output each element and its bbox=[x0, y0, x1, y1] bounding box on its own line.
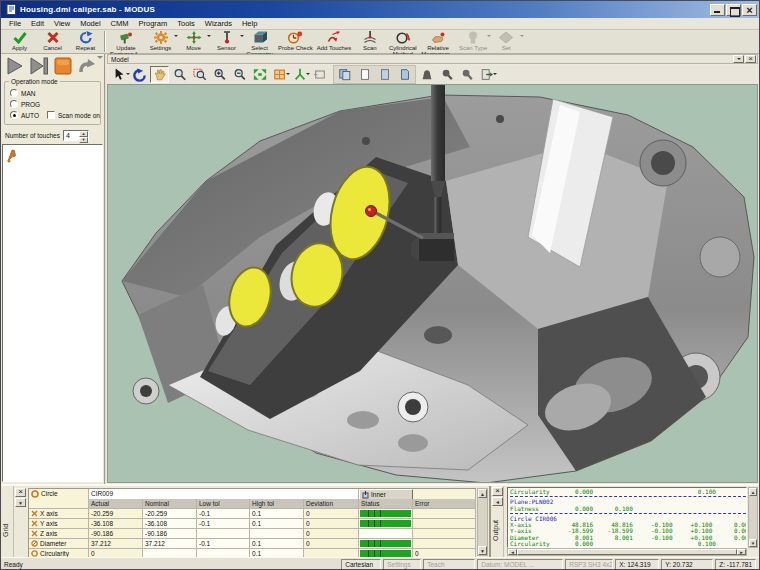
spinner-down-icon[interactable] bbox=[79, 137, 88, 143]
scan-mode-checkbox-row[interactable]: Scan mode on bbox=[47, 111, 100, 119]
find-tool-button[interactable] bbox=[437, 66, 456, 83]
x-high-tol[interactable]: 0.1 bbox=[250, 509, 304, 519]
scan-mode-checkbox[interactable] bbox=[47, 111, 55, 119]
diameter-actual[interactable]: 37.212 bbox=[89, 539, 143, 549]
col-low-tol[interactable]: Low tol bbox=[197, 499, 250, 509]
y-high-tol[interactable]: 0.1 bbox=[250, 519, 304, 529]
view-layout-tool-button[interactable] bbox=[270, 66, 289, 83]
output-dock-icon[interactable] bbox=[492, 497, 503, 506]
play-to-end-button[interactable] bbox=[27, 55, 50, 76]
output-close-icon[interactable] bbox=[492, 487, 503, 496]
minimize-button[interactable] bbox=[710, 4, 725, 16]
x-nominal[interactable]: -20.259 bbox=[143, 509, 197, 519]
axes-tool-button[interactable] bbox=[290, 66, 309, 83]
x-actual[interactable]: -20.259 bbox=[89, 509, 143, 519]
radio-prog[interactable]: PROG bbox=[10, 100, 40, 108]
lock-tool-button[interactable] bbox=[417, 66, 436, 83]
rotate-tool-button[interactable] bbox=[130, 66, 149, 83]
repeat-button[interactable]: Repeat bbox=[69, 31, 102, 51]
probe-check-button[interactable]: Probe Check bbox=[276, 31, 315, 51]
settings-button[interactable]: Settings bbox=[144, 31, 177, 51]
z-nominal[interactable]: -90.186 bbox=[143, 529, 197, 539]
add-touches-button[interactable]: Add Touches bbox=[315, 31, 354, 51]
scroll-left-icon[interactable] bbox=[508, 549, 517, 555]
menu-tools[interactable]: Tools bbox=[172, 18, 200, 30]
y-deviation[interactable]: 0 bbox=[304, 519, 359, 529]
scroll-down-icon[interactable] bbox=[478, 546, 487, 555]
menu-help[interactable]: Help bbox=[237, 18, 262, 30]
col-nominal[interactable]: Nominal bbox=[143, 499, 197, 509]
output-tab[interactable]: Output bbox=[492, 504, 503, 557]
diameter-high-tol[interactable]: 0.1 bbox=[250, 539, 304, 549]
output-vertical-scrollbar[interactable] bbox=[748, 487, 758, 548]
sensor-button[interactable]: Sensor bbox=[210, 31, 243, 51]
export-tool-button[interactable] bbox=[477, 66, 496, 83]
diameter-nominal[interactable]: 37.212 bbox=[143, 539, 197, 549]
scroll-up-icon[interactable] bbox=[478, 489, 487, 498]
scroll-up-icon[interactable] bbox=[749, 488, 757, 496]
grid-tab[interactable]: Grid bbox=[2, 504, 13, 557]
scroll-down-icon[interactable] bbox=[749, 539, 757, 547]
zoom-window-tool-button[interactable] bbox=[190, 66, 209, 83]
z-deviation[interactable]: 0 bbox=[304, 529, 359, 539]
undo-move-button[interactable] bbox=[75, 55, 98, 76]
zoom-extents-tool-button[interactable] bbox=[250, 66, 269, 83]
grid-close-icon[interactable] bbox=[15, 488, 26, 497]
viewport-3d[interactable] bbox=[107, 84, 758, 483]
y-nominal[interactable]: -36.108 bbox=[143, 519, 197, 529]
col-error[interactable]: Error bbox=[413, 499, 476, 509]
x-deviation[interactable]: 0 bbox=[304, 509, 359, 519]
cancel-button[interactable]: Cancel bbox=[36, 31, 69, 51]
menu-cmm[interactable]: CMM bbox=[106, 18, 134, 30]
scan-button[interactable]: Scan bbox=[353, 31, 386, 51]
model-panel-menu-icon[interactable] bbox=[733, 55, 744, 63]
z-low-tol[interactable] bbox=[197, 529, 250, 539]
menu-model[interactable]: Model bbox=[75, 18, 105, 30]
z-actual[interactable]: -90.186 bbox=[89, 529, 143, 539]
stop-button[interactable] bbox=[51, 55, 74, 76]
y-low-tol[interactable]: -0.1 bbox=[197, 519, 250, 529]
menu-file[interactable]: File bbox=[4, 18, 26, 30]
number-of-touches-spinner[interactable]: 4 bbox=[63, 130, 89, 141]
scan-type-button[interactable]: Scan Type bbox=[457, 31, 490, 51]
col-deviation[interactable]: Deviation bbox=[304, 499, 359, 509]
page-new-tool-button[interactable] bbox=[355, 66, 374, 83]
panel-options-chevron-icon[interactable] bbox=[97, 56, 103, 62]
radio-auto[interactable]: AUTO bbox=[10, 111, 39, 119]
touches-value[interactable]: 4 bbox=[64, 131, 79, 140]
diameter-deviation[interactable]: 0 bbox=[304, 539, 359, 549]
zoom-in-tool-button[interactable] bbox=[210, 66, 229, 83]
set-button[interactable]: Set bbox=[490, 31, 523, 51]
col-high-tol[interactable]: High tol bbox=[250, 499, 304, 509]
close-button[interactable] bbox=[742, 4, 757, 16]
box-select-tool-button[interactable] bbox=[310, 66, 329, 83]
col-actual[interactable]: Actual bbox=[89, 499, 143, 509]
output-horizontal-scrollbar[interactable] bbox=[507, 548, 747, 556]
y-actual[interactable]: -36.108 bbox=[89, 519, 143, 529]
menu-wizards[interactable]: Wizards bbox=[200, 18, 237, 30]
scroll-right-icon[interactable] bbox=[737, 549, 746, 555]
play-button[interactable] bbox=[3, 55, 26, 76]
radio-man[interactable]: MAN bbox=[10, 89, 35, 97]
model-panel-close-icon[interactable] bbox=[745, 55, 756, 63]
pan-tool-button[interactable] bbox=[150, 66, 169, 83]
page-fold-tool-button[interactable] bbox=[395, 66, 414, 83]
radio-auto-circle[interactable] bbox=[10, 111, 18, 119]
col-status[interactable]: Status bbox=[359, 499, 413, 509]
grid-dock-icon[interactable] bbox=[15, 498, 26, 507]
scrollbar-thumb[interactable] bbox=[517, 549, 737, 555]
grid-scrollbar[interactable] bbox=[477, 488, 488, 556]
radio-man-circle[interactable] bbox=[10, 89, 18, 97]
radio-prog-circle[interactable] bbox=[10, 100, 18, 108]
zoom-tool-button[interactable] bbox=[170, 66, 189, 83]
feature-tree[interactable] bbox=[2, 144, 103, 482]
menu-view[interactable]: View bbox=[49, 18, 75, 30]
menu-program[interactable]: Program bbox=[134, 18, 173, 30]
zoom-out-tool-button[interactable] bbox=[230, 66, 249, 83]
move-button[interactable]: Move bbox=[177, 31, 210, 51]
copy-tool-button[interactable] bbox=[335, 66, 354, 83]
export-dropdown-icon[interactable] bbox=[493, 73, 497, 77]
select-tool-button[interactable] bbox=[110, 66, 129, 83]
menu-edit[interactable]: Edit bbox=[26, 18, 49, 30]
page-blue-tool-button[interactable] bbox=[375, 66, 394, 83]
